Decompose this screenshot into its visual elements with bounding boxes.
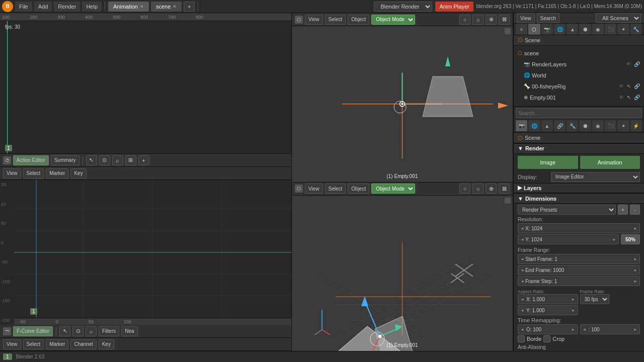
vp-bottom-nav[interactable] xyxy=(505,198,511,204)
framerate-select[interactable]: 30 fps xyxy=(580,294,609,304)
tab-close-animation[interactable]: ✕ xyxy=(140,4,144,9)
tree-item-scene[interactable]: ⬡ scene xyxy=(514,48,644,59)
prop-tab-render[interactable]: 📷 xyxy=(541,24,553,35)
time-remap-n-field[interactable]: ◄ : 100 ► xyxy=(580,324,640,334)
render-presets-select[interactable]: Render Presets xyxy=(518,205,616,215)
vp-top-icon-3[interactable]: ⊕ xyxy=(486,15,497,25)
fcurve-filters-btn[interactable]: Filters xyxy=(99,326,119,336)
fcurve-tool-1[interactable]: ↖ xyxy=(59,326,70,336)
to-arrow-l[interactable]: ◄ xyxy=(520,327,524,332)
fc-select-btn[interactable]: Select xyxy=(23,339,44,349)
vp-bottom-icon-1[interactable]: ○ xyxy=(459,184,470,194)
remove-preset-btn[interactable]: - xyxy=(630,205,640,215)
res-y-arrow-right[interactable]: ► xyxy=(612,237,616,242)
vp-top-icon-2[interactable]: ☼ xyxy=(472,15,484,25)
fcurve-tool-2[interactable]: ⊙ xyxy=(72,326,84,336)
search-input[interactable] xyxy=(516,108,642,118)
prop-tab-object[interactable]: ▲ xyxy=(567,24,578,35)
tree-item-empty001[interactable]: ⊕ Empty.001 👁 ↖ 🔗 xyxy=(514,92,644,103)
add-preset-btn[interactable]: + xyxy=(618,205,628,215)
borde-check[interactable] xyxy=(518,335,525,342)
step-arrow-l[interactable]: ◄ xyxy=(520,279,524,284)
fc-key-btn[interactable]: Key xyxy=(99,339,114,349)
menu-file[interactable]: File xyxy=(15,2,32,12)
start-frame-field[interactable]: ◄ Start Frame: 1 ► xyxy=(518,254,640,264)
vp-top-nav[interactable] xyxy=(505,28,511,34)
prop-tab-material2[interactable]: ◉ xyxy=(592,120,604,131)
fc-channel-btn[interactable]: Channel xyxy=(70,339,96,349)
vp-top-mode-select[interactable]: Object Mode xyxy=(371,15,415,25)
prop-tab-list[interactable]: ≡ xyxy=(516,24,527,35)
prop-tab-material[interactable]: ◉ xyxy=(592,24,604,35)
res-y-field[interactable]: ◄ Y: 1024 ► xyxy=(518,234,619,244)
dimensions-section-header[interactable]: ▼ Dimensions xyxy=(514,193,644,204)
vp-bottom-select[interactable]: Select xyxy=(325,184,346,194)
fcurve-near-btn[interactable]: Nea xyxy=(121,326,137,336)
action-tool-1[interactable]: ↖ xyxy=(86,155,97,165)
render-engine-select[interactable]: Blender Render xyxy=(374,2,432,12)
action-tool-4[interactable]: ⊞ xyxy=(125,155,136,165)
eye-renderlayers[interactable]: 👁 xyxy=(626,61,631,67)
res-x-arrow-right[interactable]: ► xyxy=(633,226,637,231)
end-arrow-l[interactable]: ◄ xyxy=(520,268,524,273)
start-arrow-l[interactable]: ◄ xyxy=(520,257,524,261)
workspace-tab-animation[interactable]: Animation ✕ xyxy=(108,2,149,12)
layers-section-header[interactable]: ▶ Layers xyxy=(514,183,644,194)
vp-top-select[interactable]: Select xyxy=(325,15,346,25)
link-rig[interactable]: 🔗 xyxy=(634,83,640,89)
prop-tab-physics2[interactable]: ⚡ xyxy=(630,120,642,131)
menu-add[interactable]: Add xyxy=(34,2,52,12)
frame-step-field[interactable]: ◄ Frame Step: 1 ► xyxy=(518,276,640,286)
prop-tab-data[interactable]: ⬢ xyxy=(579,120,591,131)
menu-help[interactable]: Help xyxy=(82,2,102,12)
all-scenes-select[interactable]: All Scenes xyxy=(596,13,641,23)
aspect-x-field[interactable]: ◄ X: 1.000 ► xyxy=(518,294,578,304)
vp-top-view[interactable]: View xyxy=(305,15,323,25)
percent-field[interactable]: 50% xyxy=(621,234,640,244)
select-rig[interactable]: ↖ xyxy=(627,83,631,89)
action-tool-3[interactable]: ⌕ xyxy=(112,155,123,165)
render-section-header[interactable]: ▼ Render xyxy=(514,143,644,154)
action-editor-type-btn[interactable]: Action Editor xyxy=(13,155,49,165)
viewport-top-content[interactable]: fps: 30 xyxy=(292,26,513,182)
eye-empty[interactable]: 👁 xyxy=(619,95,624,100)
action-editor-area[interactable]: 20 10 50 0 -50 -100 -150 -200 xyxy=(0,180,291,325)
tree-item-renderlayers[interactable]: 📷 RenderLayers 👁 🔗 xyxy=(514,59,644,70)
viewport-top[interactable]: ⬡ View Select Object Object Mode ○ ☼ ⊕ ⊠… xyxy=(292,13,513,183)
vp-bottom-icon-2[interactable]: ☼ xyxy=(472,184,484,194)
vp-top-object[interactable]: Object xyxy=(348,15,369,25)
prop-tab-texture[interactable]: ⬛ xyxy=(605,24,616,35)
tree-item-world[interactable]: 🌐 World xyxy=(514,70,644,81)
crop-check[interactable] xyxy=(543,335,550,342)
res-x-arrow-left[interactable]: ◄ xyxy=(520,226,524,231)
vp-bottom-object[interactable]: Object xyxy=(348,184,369,194)
menu-render[interactable]: Render xyxy=(54,2,80,12)
link-empty[interactable]: 🔗 xyxy=(634,95,640,100)
action-tool-5[interactable]: + xyxy=(138,155,149,165)
image-render-btn[interactable]: Image xyxy=(518,156,578,169)
ae-select-btn[interactable]: Select xyxy=(23,168,44,178)
end-arrow-r[interactable]: ► xyxy=(633,268,637,273)
ae-view-btn[interactable]: View xyxy=(3,168,21,178)
add-workspace-btn[interactable]: + xyxy=(184,2,195,12)
fc-view-btn[interactable]: View xyxy=(3,339,21,349)
tn-arrow-r[interactable]: ► xyxy=(633,327,637,332)
fcurve-type-btn[interactable]: F-Curve Editor xyxy=(13,326,53,336)
to-arrow-r[interactable]: ► xyxy=(572,327,576,332)
prop-tab-constraints[interactable]: 🔗 xyxy=(554,120,566,131)
timeline-track-area[interactable]: 1 fps: 30 xyxy=(0,21,291,153)
ae-marker-btn[interactable]: Marker xyxy=(46,168,68,178)
summary-btn[interactable]: Summary xyxy=(51,155,79,165)
ax-arrow-l[interactable]: ◄ xyxy=(520,297,524,302)
prop-tab-particles2[interactable]: ✦ xyxy=(617,120,629,131)
prop-tab-texture2[interactable]: ⬛ xyxy=(605,120,616,131)
workspace-tab-scene[interactable]: scene ✕ xyxy=(151,2,182,12)
vp-top-icon-4[interactable]: ⊠ xyxy=(499,15,510,25)
prop-tab-particle[interactable]: ✦ xyxy=(617,24,629,35)
tree-item-fisheyerig[interactable]: 🦴 00-fisheyeRig 👁 ↖ 🔗 xyxy=(514,81,644,92)
res-y-arrow-left[interactable]: ◄ xyxy=(520,237,524,242)
search-btn[interactable]: Search xyxy=(537,13,560,23)
viewport-bottom-content[interactable]: fps: 30 xyxy=(292,196,513,351)
fc-marker-btn[interactable]: Marker xyxy=(46,339,68,349)
step-arrow-r[interactable]: ► xyxy=(633,279,637,284)
